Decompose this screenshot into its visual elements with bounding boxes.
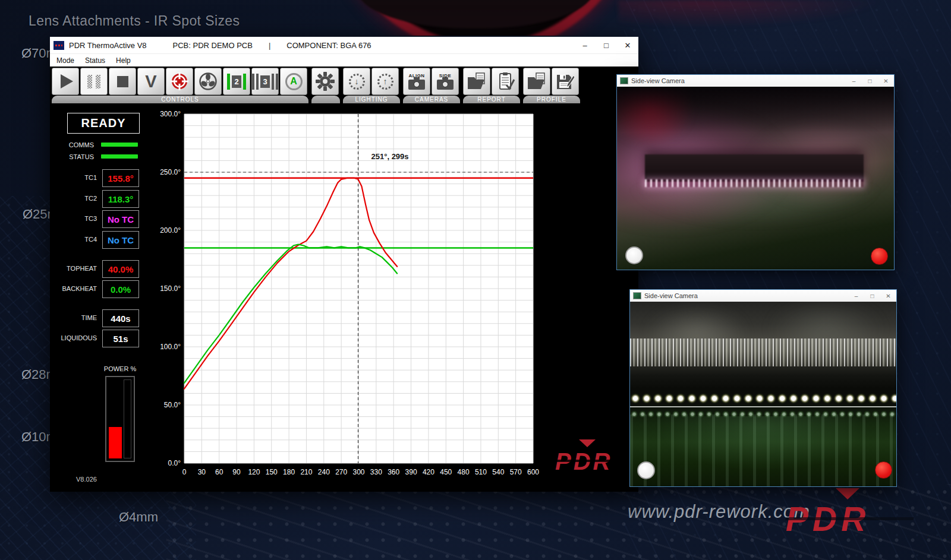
camera1-video-feed	[617, 87, 894, 270]
toolbar-group-profile: PROFILE	[523, 68, 580, 103]
svg-text:570: 570	[510, 468, 522, 476]
title-separator: |	[269, 41, 270, 50]
auto-icon: A	[285, 73, 303, 90]
target-button[interactable]	[166, 68, 193, 95]
camera2-window-controls: – □ ✕	[848, 293, 896, 299]
svg-text:251°, 299s: 251°, 299s	[371, 152, 409, 161]
diameter-label-4mm: Ø4mm	[119, 510, 158, 525]
camera2-capture-button[interactable]	[637, 461, 655, 479]
svg-text:60: 60	[215, 468, 223, 476]
svg-text:120: 120	[248, 468, 260, 476]
camera1-close-button[interactable]: ✕	[878, 78, 894, 84]
svg-text:210: 210	[300, 468, 312, 476]
open-report-button[interactable]	[463, 68, 490, 95]
pause-button[interactable]	[80, 68, 108, 95]
camera2-chip-edge	[630, 338, 896, 366]
tc3-value: No TC	[102, 210, 139, 228]
background-heading: Lens Attachments - IR Spot Sizes	[29, 13, 240, 29]
camera1-titlebar: Side-view Camera – □ ✕	[617, 75, 894, 87]
ready-status-box: READY	[67, 113, 140, 134]
pdr-logo-triangle-icon	[836, 488, 859, 499]
topheat-label: TOPHEAT	[50, 260, 97, 277]
window-title: PDR ThermoActive V8	[69, 41, 147, 50]
camera1-solder-row	[645, 179, 864, 188]
svg-text:180: 180	[283, 468, 295, 476]
camera2-titlebar: Side-view Camera – □ ✕	[630, 290, 896, 302]
svg-text:90: 90	[232, 468, 241, 476]
toolbar-group-label-controls: CONTROLS	[52, 96, 308, 103]
view-report-button[interactable]	[492, 68, 519, 95]
camera1-top-shadow	[617, 87, 894, 132]
pdr-watermark-logo: PDR	[555, 439, 641, 482]
align-camera-button[interactable]: ALIGN	[403, 68, 430, 95]
close-button[interactable]: ✕	[617, 37, 638, 53]
camera2-video-feed	[630, 302, 896, 486]
camera1-capture-button[interactable]	[625, 246, 643, 264]
pdr-logo-slit	[785, 517, 914, 520]
temperature-profile-chart[interactable]: 251°, 299s300.0°250.0°200.0°150.0°100.0°…	[155, 107, 545, 479]
svg-text:250.0°: 250.0°	[160, 168, 181, 176]
camera2-title: Side-view Camera	[644, 292, 698, 299]
view-report-icon	[495, 72, 515, 91]
pcb-label: PCB: PDR DEMO PCB	[173, 41, 253, 50]
zone-2-button[interactable]: 2	[223, 68, 250, 95]
svg-text:480: 480	[458, 468, 470, 476]
fan-button[interactable]	[194, 68, 222, 95]
toolbar-group-label-settings	[311, 96, 340, 103]
menu-mode[interactable]: Mode	[51, 56, 80, 65]
liquidous-label: LIQUIDOUS	[50, 330, 97, 346]
tc1-label: TC1	[50, 169, 97, 186]
lighting-down-icon: ↓	[349, 74, 365, 90]
camera1-maximize-button[interactable]: □	[862, 78, 878, 84]
minimize-button[interactable]: –	[574, 37, 596, 53]
camera1-minimize-button[interactable]: –	[846, 78, 862, 84]
status-indicator	[101, 154, 138, 159]
v-profile-button[interactable]: V	[137, 68, 165, 95]
side-camera-button[interactable]: SIDE	[432, 68, 459, 95]
app-icon	[53, 41, 64, 50]
auto-button[interactable]: A	[280, 68, 307, 95]
camera2-close-button[interactable]: ✕	[880, 293, 896, 299]
tc3-label: TC3	[50, 210, 97, 227]
lighting-up-button[interactable]: ↑	[371, 68, 399, 95]
camera2-minimize-button[interactable]: –	[848, 293, 864, 299]
svg-text:600: 600	[527, 468, 539, 476]
svg-text:450: 450	[440, 468, 452, 476]
camera2-record-indicator[interactable]	[875, 461, 892, 479]
zone-3-icon: 3	[252, 74, 278, 90]
svg-text:150: 150	[266, 468, 278, 476]
open-profile-icon	[527, 72, 547, 90]
lighting-down-button[interactable]: ↓	[343, 68, 370, 95]
toolbar: V	[50, 67, 638, 103]
zone-3-button[interactable]: 3	[251, 68, 279, 95]
settings-button[interactable]	[311, 68, 339, 95]
play-button[interactable]	[52, 68, 79, 95]
camera1-window-controls: – □ ✕	[846, 78, 894, 84]
lens-photo	[326, 0, 626, 36]
menu-status[interactable]: Status	[80, 56, 111, 65]
save-profile-button[interactable]	[552, 68, 579, 95]
camera2-maximize-button[interactable]: □	[864, 293, 880, 299]
thermoactive-window: PDR ThermoActive V8 PCB: PDR DEMO PCB | …	[50, 37, 638, 492]
stop-button[interactable]	[109, 68, 136, 95]
toolbar-group-label-report: REPORT	[463, 96, 520, 103]
tc2-value: 118.3°	[102, 190, 139, 208]
side-view-camera-window-1: Side-view Camera – □ ✕	[616, 74, 895, 270]
toolbar-group-lighting: ↓ ↑ LIGHTING	[343, 68, 400, 103]
lighting-up-icon: ↑	[377, 74, 393, 90]
pdr-watermark-triangle-icon	[579, 439, 596, 447]
menu-help[interactable]: Help	[111, 56, 136, 65]
maximize-button[interactable]: □	[596, 37, 617, 53]
tc1-value: 155.8°	[102, 169, 139, 187]
toolbar-group-label-lighting: LIGHTING	[343, 96, 400, 103]
pause-icon	[87, 75, 100, 88]
open-profile-button[interactable]	[523, 68, 550, 95]
status-label: STATUS	[50, 153, 94, 160]
svg-text:100.0°: 100.0°	[160, 343, 181, 351]
time-value: 440s	[102, 309, 139, 327]
toolbar-group-settings	[311, 68, 340, 103]
version-label: V8.026	[76, 476, 97, 483]
camera2-window-icon	[633, 292, 641, 299]
camera1-record-indicator[interactable]	[871, 248, 888, 265]
lens-haze	[618, 0, 880, 27]
